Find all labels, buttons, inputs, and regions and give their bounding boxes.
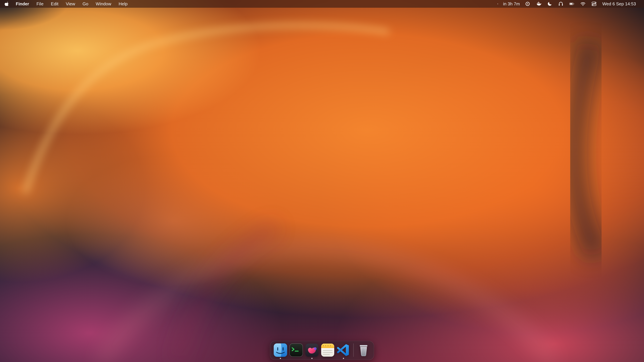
active-app-name[interactable]: Finder xyxy=(16,1,29,6)
dock xyxy=(270,341,374,360)
dock-item-notes[interactable] xyxy=(321,343,335,357)
dock-item-finder[interactable] xyxy=(273,343,288,357)
menu-item-edit[interactable]: Edit xyxy=(51,1,58,6)
timer-countdown-text[interactable]: in 3h 7m xyxy=(503,1,520,6)
dock-item-trash[interactable] xyxy=(356,343,371,357)
desktop-screen: Finder File Edit View Go Window Help in … xyxy=(0,0,644,362)
wallpaper-petal-accents xyxy=(0,0,644,362)
desktop-wallpaper xyxy=(0,0,644,362)
menu-item-window[interactable]: Window xyxy=(96,1,111,6)
focus-moon-icon[interactable] xyxy=(546,1,553,7)
dock-separator xyxy=(353,344,354,357)
running-indicator xyxy=(280,358,281,359)
notes-icon xyxy=(321,343,335,357)
menu-item-help[interactable]: Help xyxy=(118,1,128,6)
headphones-icon[interactable] xyxy=(558,1,564,7)
docker-whale-icon[interactable] xyxy=(535,1,542,7)
menu-item-file[interactable]: File xyxy=(36,1,44,6)
finder-icon xyxy=(273,343,288,357)
control-center-icon[interactable] xyxy=(591,1,598,7)
menu-bar-status-area: in 3h 7m xyxy=(497,1,636,7)
running-indicator xyxy=(312,358,312,359)
battery-icon[interactable] xyxy=(568,1,575,7)
apple-menu-icon[interactable] xyxy=(4,1,10,6)
menu-bar-clock[interactable]: Wed 6 Sep 14:53 xyxy=(602,1,636,6)
running-indicator xyxy=(343,358,344,359)
dock-item-terminal[interactable] xyxy=(289,343,303,357)
wifi-icon[interactable] xyxy=(580,1,586,7)
timer-bar-icon[interactable] xyxy=(497,1,499,7)
menu-item-view[interactable]: View xyxy=(66,1,75,6)
menu-item-go[interactable]: Go xyxy=(82,1,88,6)
vscode-icon xyxy=(336,343,350,357)
terminal-icon xyxy=(289,343,303,357)
trash-icon xyxy=(356,343,371,357)
ring-status-icon[interactable] xyxy=(524,1,531,7)
menu-bar-left: Finder File Edit View Go Window Help xyxy=(4,1,128,6)
pink-app-icon xyxy=(305,343,319,357)
dock-item-pink-app[interactable] xyxy=(305,343,319,357)
dock-item-vscode[interactable] xyxy=(336,343,350,357)
menu-bar: Finder File Edit View Go Window Help in … xyxy=(0,0,644,8)
